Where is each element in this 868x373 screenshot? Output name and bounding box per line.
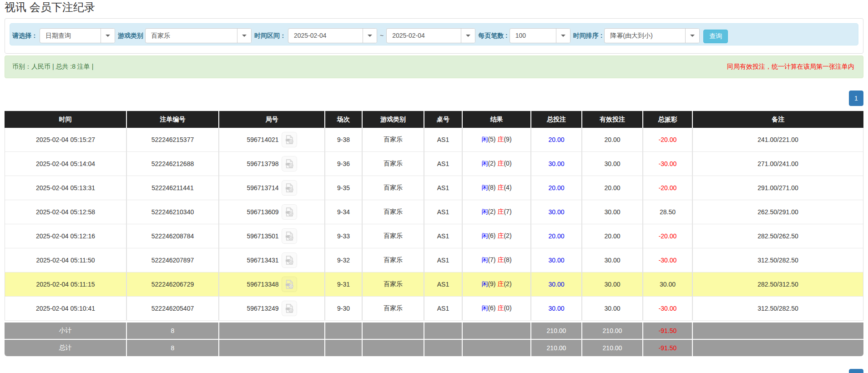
cell-total-bet: 30.00 <box>530 297 581 321</box>
cell-time: 2025-02-04 05:12:58 <box>5 200 126 224</box>
page-size-dropdown[interactable]: 100 <box>510 28 570 43</box>
cell-round-id: 596713609 <box>218 200 324 224</box>
search-button[interactable]: 查询 <box>703 30 728 43</box>
cell-payout: 30.00 <box>642 272 692 297</box>
cell-payout: -30.00 <box>642 297 692 321</box>
cell-total-bet: 20.00 <box>530 128 581 152</box>
cell-note: 262.50/291.00 <box>692 200 863 224</box>
page-1-button[interactable]: 1 <box>849 91 863 106</box>
total-bet-link[interactable]: 30.00 <box>548 257 564 264</box>
cell-result: 闲(6) 庄(2) <box>462 224 530 248</box>
subtotal-label: 小计 <box>5 321 126 339</box>
result-player-points: (7) <box>488 256 495 263</box>
total-bet-link[interactable]: 30.00 <box>548 305 564 312</box>
column-header-game-type: 游戏类别 <box>362 111 424 128</box>
cell-round-id: 596713249 <box>218 297 324 321</box>
cell-game-type: 百家乐 <box>362 297 424 321</box>
total-payout: -91.50 <box>642 339 692 356</box>
result-banker-points: (9) <box>504 136 511 143</box>
cell-payout: -20.00 <box>642 176 692 200</box>
total-bet-link[interactable]: 20.00 <box>548 136 564 143</box>
total-bet-link[interactable]: 30.00 <box>548 281 564 288</box>
result-banker-points: (0) <box>504 160 511 167</box>
chevron-down-icon[interactable] <box>556 29 570 43</box>
video-replay-button[interactable] <box>282 132 297 147</box>
cell-game-type: 百家乐 <box>362 224 424 248</box>
query-type-dropdown[interactable]: 日期查询 <box>40 28 115 43</box>
cell-session: 9-33 <box>324 224 362 248</box>
time-sort-dropdown[interactable]: 降幂(由大到小) <box>604 28 700 43</box>
cell-valid-bet: 30.00 <box>581 272 642 297</box>
total-bet-link[interactable]: 30.00 <box>548 160 564 167</box>
cell-game-type: 百家乐 <box>362 176 424 200</box>
cell-result: 闲(6) 庄(0) <box>462 297 530 321</box>
date-from-dropdown[interactable]: 2025-02-04 <box>288 28 377 43</box>
game-type-dropdown[interactable]: 百家乐 <box>145 28 252 43</box>
subtotal-total-bet: 210.00 <box>530 321 581 339</box>
result-banker-label: 庄 <box>497 184 504 191</box>
video-replay-button[interactable] <box>282 228 297 244</box>
cell-game-type: 百家乐 <box>362 272 424 297</box>
chevron-down-icon[interactable] <box>363 29 377 43</box>
result-player-label: 闲 <box>481 208 488 215</box>
cell-round-id: 596714021 <box>218 128 324 152</box>
result-banker-label: 庄 <box>497 136 504 143</box>
result-banker-points: (8) <box>504 256 511 263</box>
bet-records-table: 时间 注单编号 局号 场次 游戏类别 桌号 结果 总投注 有效投注 总派彩 备注… <box>5 111 863 356</box>
cell-note: 241.00/221.00 <box>692 128 863 152</box>
video-replay-button[interactable] <box>282 204 297 220</box>
total-valid-bet: 210.00 <box>581 339 642 356</box>
time-range-label: 时间区间： <box>254 28 286 43</box>
cell-total-bet: 30.00 <box>530 248 581 272</box>
result-banker-label: 庄 <box>497 208 504 215</box>
cell-result: 闲(9) 庄(2) <box>462 272 530 297</box>
total-bet-link[interactable]: 20.00 <box>548 232 564 240</box>
chevron-down-icon[interactable] <box>237 29 251 43</box>
video-replay-button[interactable] <box>282 277 297 292</box>
round-id-text: 596713431 <box>247 257 278 264</box>
result-banker-points: (0) <box>504 304 511 312</box>
subtotal-payout: -91.50 <box>642 321 692 339</box>
result-player-label: 闲 <box>481 256 488 263</box>
video-replay-button[interactable] <box>282 252 297 268</box>
cell-valid-bet: 30.00 <box>581 248 642 272</box>
summary-bar: 币别：人民币 | 总共 :8 注单 | 同局有效投注，统一计算在该局第一张注单内 <box>5 55 863 78</box>
total-bet-link[interactable]: 20.00 <box>548 184 564 192</box>
result-banker-points: (7) <box>504 208 511 215</box>
cell-note: 282.50/262.50 <box>692 224 863 248</box>
select-type-label: 请选择： <box>12 28 38 43</box>
cell-note: 282.50/312.50 <box>692 272 863 297</box>
result-banker-points: (4) <box>504 184 511 191</box>
chevron-down-icon[interactable] <box>101 29 115 43</box>
result-player-label: 闲 <box>481 232 488 239</box>
cell-total-bet: 20.00 <box>530 176 581 200</box>
video-replay-button[interactable] <box>282 180 297 196</box>
column-header-note: 备注 <box>692 111 863 128</box>
filter-bar: 请选择： 日期查询 游戏类别 百家乐 时间区间： 2025-02-04 ~ 20… <box>10 23 858 45</box>
video-replay-button[interactable] <box>282 301 297 316</box>
filter-panel: 请选择： 日期查询 游戏类别 百家乐 时间区间： 2025-02-04 ~ 20… <box>5 18 863 54</box>
page-1-button[interactable]: 1 <box>849 369 863 373</box>
total-count: 8 <box>126 339 218 356</box>
time-sort-value: 降幂(由大到小) <box>605 29 685 43</box>
video-replay-button[interactable] <box>282 156 297 171</box>
page-title: 视讯 会员下注纪录 <box>5 1 863 14</box>
date-to-dropdown[interactable]: 2025-02-04 <box>386 28 475 43</box>
cell-result: 闲(8) 庄(4) <box>462 176 530 200</box>
cell-bet-id: 522246210340 <box>126 200 218 224</box>
pagination-top: 1 <box>5 91 863 106</box>
cell-table-no: AS1 <box>424 297 462 321</box>
cell-total-bet: 30.00 <box>530 200 581 224</box>
cell-note: 312.50/282.50 <box>692 248 863 272</box>
chevron-down-icon[interactable] <box>461 29 475 43</box>
cell-total-bet: 30.00 <box>530 152 581 176</box>
result-banker-label: 庄 <box>497 232 504 239</box>
total-bet-link[interactable]: 30.00 <box>548 208 564 216</box>
chevron-down-icon[interactable] <box>685 29 699 43</box>
result-player-points: (2) <box>488 160 495 167</box>
date-to-value: 2025-02-04 <box>387 29 461 43</box>
round-id-text: 596713501 <box>247 232 278 240</box>
result-player-points: (6) <box>488 232 495 239</box>
cell-session: 9-31 <box>324 272 362 297</box>
column-header-result: 结果 <box>462 111 530 128</box>
